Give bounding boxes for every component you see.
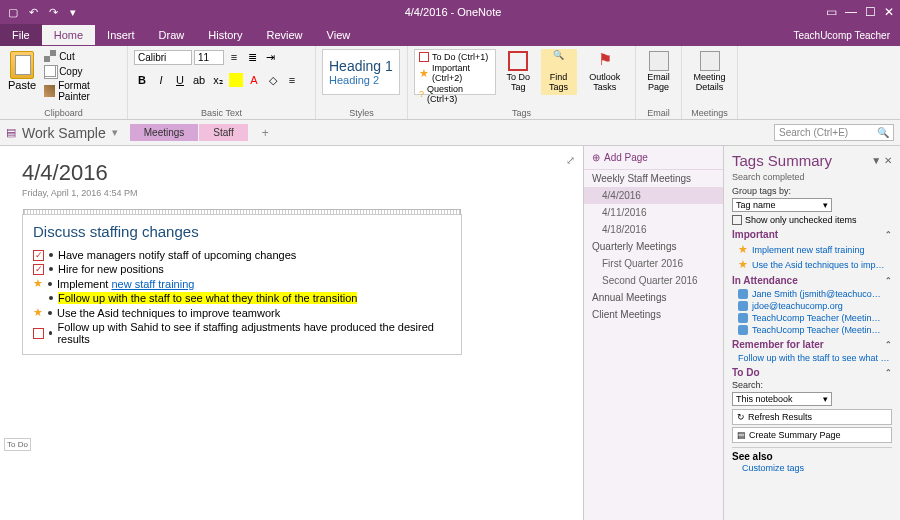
subscript-button[interactable]: x₂ bbox=[210, 72, 226, 88]
tab-history[interactable]: History bbox=[196, 25, 254, 45]
note-text[interactable]: Hire for new positions bbox=[58, 263, 164, 275]
section-tab-staff[interactable]: Staff bbox=[199, 124, 247, 141]
font-family-select[interactable]: Calibri bbox=[134, 50, 192, 65]
tag-result-item[interactable]: TeachUcomp Teacher (Meetin… bbox=[732, 312, 892, 324]
indent-icon[interactable]: ⇥ bbox=[262, 49, 278, 65]
cut-button[interactable]: Cut bbox=[42, 49, 121, 63]
page-item[interactable]: First Quarter 2016 bbox=[584, 255, 723, 272]
underline-button[interactable]: U bbox=[172, 72, 188, 88]
tab-review[interactable]: Review bbox=[255, 25, 315, 45]
page-item[interactable]: 4/4/2016 bbox=[584, 187, 723, 204]
page-group[interactable]: Weekly Staff Meetings bbox=[584, 170, 723, 187]
add-page-button[interactable]: ⊕Add Page bbox=[584, 146, 723, 170]
outlook-tasks-button[interactable]: ⚑Outlook Tasks bbox=[581, 49, 629, 95]
page-group[interactable]: Quarterly Meetings bbox=[584, 238, 723, 255]
tags-gallery[interactable]: To Do (Ctrl+1) ★Important (Ctrl+2) ?Ques… bbox=[414, 49, 496, 95]
qat-dropdown-icon[interactable]: ▾ bbox=[66, 5, 80, 19]
align-button[interactable]: ≡ bbox=[284, 72, 300, 88]
note-item[interactable]: ✓Hire for new positions bbox=[33, 262, 451, 276]
highlight-button[interactable] bbox=[229, 73, 243, 87]
note-item[interactable]: ★Implement new staff training bbox=[33, 276, 451, 291]
note-text[interactable]: Have managers notify staff of upcoming c… bbox=[58, 249, 296, 261]
format-painter-button[interactable]: Format Painter bbox=[42, 79, 121, 103]
checkbox-icon[interactable]: ✓ bbox=[33, 264, 44, 275]
note-item[interactable]: Follow up with Sahid to see if staffing … bbox=[33, 320, 451, 346]
tag-result-item[interactable]: ★Implement new staff training bbox=[732, 242, 892, 257]
ribbon-options-icon[interactable]: ▭ bbox=[826, 5, 837, 19]
find-tags-button[interactable]: 🔍Find Tags bbox=[541, 49, 577, 95]
strike-button[interactable]: ab bbox=[191, 72, 207, 88]
notebook-icon[interactable]: ▤ bbox=[6, 126, 16, 139]
page-item[interactable]: 4/11/2016 bbox=[584, 204, 723, 221]
pane-close-icon[interactable]: ✕ bbox=[884, 155, 892, 166]
tab-view[interactable]: View bbox=[315, 25, 363, 45]
redo-icon[interactable]: ↷ bbox=[46, 5, 60, 19]
page-title[interactable]: 4/4/2016 bbox=[22, 160, 561, 186]
show-unchecked-checkbox[interactable]: Show only unchecked items bbox=[732, 215, 892, 225]
search-scope-select[interactable]: This notebook ▾ bbox=[732, 392, 832, 406]
email-page-button[interactable]: Email Page bbox=[642, 49, 675, 95]
tab-draw[interactable]: Draw bbox=[147, 25, 197, 45]
note-text[interactable]: Follow up with the staff to see what the… bbox=[58, 292, 357, 304]
bullets-icon[interactable]: ≡ bbox=[226, 49, 242, 65]
search-input[interactable]: Search (Ctrl+E)🔍 bbox=[774, 124, 894, 141]
tag-result-item[interactable]: TeachUcomp Teacher (Meetin… bbox=[732, 324, 892, 336]
notebook-name[interactable]: Work Sample bbox=[22, 125, 106, 141]
font-size-select[interactable]: 11 bbox=[194, 50, 224, 65]
tag-result-item[interactable]: Jane Smith (jsmith@teachuco… bbox=[732, 288, 892, 300]
font-color-button[interactable]: A bbox=[246, 72, 262, 88]
tag-result-item[interactable]: Follow up with the staff to see what … bbox=[732, 352, 892, 364]
page-group[interactable]: Client Meetings bbox=[584, 306, 723, 323]
note-item[interactable]: Follow up with the staff to see what the… bbox=[33, 291, 451, 305]
section-tab-meetings[interactable]: Meetings bbox=[130, 124, 199, 141]
paste-button[interactable]: Paste bbox=[6, 49, 38, 93]
create-summary-button[interactable]: ▤Create Summary Page bbox=[732, 427, 892, 443]
file-tab[interactable]: File bbox=[0, 24, 42, 46]
collapse-icon[interactable]: ⌃ bbox=[885, 368, 892, 377]
page-item[interactable]: Second Quarter 2016 bbox=[584, 272, 723, 289]
refresh-results-button[interactable]: ↻Refresh Results bbox=[732, 409, 892, 425]
todo-tag-button[interactable]: To Do Tag bbox=[500, 49, 537, 95]
tag-group-header[interactable]: To Do⌃ bbox=[732, 367, 892, 378]
collapse-icon[interactable]: ⌃ bbox=[885, 230, 892, 239]
tag-group-header[interactable]: In Attendance⌃ bbox=[732, 275, 892, 286]
tag-group-header[interactable]: Remember for later⌃ bbox=[732, 339, 892, 350]
checkbox-icon[interactable]: ✓ bbox=[33, 250, 44, 261]
note-text[interactable]: Use the Asid techniques to improve teamw… bbox=[57, 307, 280, 319]
note-text[interactable]: Follow up with Sahid to see if staffing … bbox=[57, 321, 451, 345]
minimize-icon[interactable]: — bbox=[845, 5, 857, 19]
meeting-details-button[interactable]: Meeting Details bbox=[688, 49, 731, 95]
add-section-button[interactable]: + bbox=[254, 124, 277, 142]
tag-result-item[interactable]: ★Use the Asid techniques to imp… bbox=[732, 257, 892, 272]
checkbox-icon[interactable] bbox=[33, 328, 44, 339]
page-group[interactable]: Annual Meetings bbox=[584, 289, 723, 306]
customize-tags-link[interactable]: Customize tags bbox=[732, 462, 892, 474]
copy-button[interactable]: Copy bbox=[42, 64, 121, 78]
link[interactable]: new staff training bbox=[111, 278, 194, 290]
bold-button[interactable]: B bbox=[134, 72, 150, 88]
maximize-icon[interactable]: ☐ bbox=[865, 5, 876, 19]
note-container[interactable]: Discuss staffing changes ✓Have managers … bbox=[22, 214, 462, 355]
clear-format-icon[interactable]: ◇ bbox=[265, 72, 281, 88]
numbering-icon[interactable]: ≣ bbox=[244, 49, 260, 65]
groupby-select[interactable]: Tag name ▾ bbox=[732, 198, 832, 212]
styles-gallery[interactable]: Heading 1 Heading 2 bbox=[322, 49, 400, 95]
user-label[interactable]: TeachUcomp Teacher bbox=[793, 30, 900, 41]
expand-icon[interactable]: ⤢ bbox=[566, 154, 575, 167]
page-content[interactable]: ⤢ 4/4/2016 Friday, April 1, 2016 4:54 PM… bbox=[0, 146, 584, 520]
note-drag-handle[interactable] bbox=[23, 209, 461, 215]
collapse-icon[interactable]: ⌃ bbox=[885, 276, 892, 285]
tag-result-item[interactable]: jdoe@teachucomp.org bbox=[732, 300, 892, 312]
tag-group-header[interactable]: Important⌃ bbox=[732, 229, 892, 240]
note-text[interactable]: Implement new staff training bbox=[57, 278, 194, 290]
note-item[interactable]: ★Use the Asid techniques to improve team… bbox=[33, 305, 451, 320]
tab-home[interactable]: Home bbox=[42, 25, 95, 45]
close-icon[interactable]: ✕ bbox=[884, 5, 894, 19]
note-title[interactable]: Discuss staffing changes bbox=[33, 223, 451, 240]
page-item[interactable]: 4/18/2016 bbox=[584, 221, 723, 238]
undo-icon[interactable]: ↶ bbox=[26, 5, 40, 19]
tab-insert[interactable]: Insert bbox=[95, 25, 147, 45]
pane-dropdown-icon[interactable]: ▼ bbox=[871, 155, 881, 166]
collapse-icon[interactable]: ⌃ bbox=[885, 340, 892, 349]
italic-button[interactable]: I bbox=[153, 72, 169, 88]
